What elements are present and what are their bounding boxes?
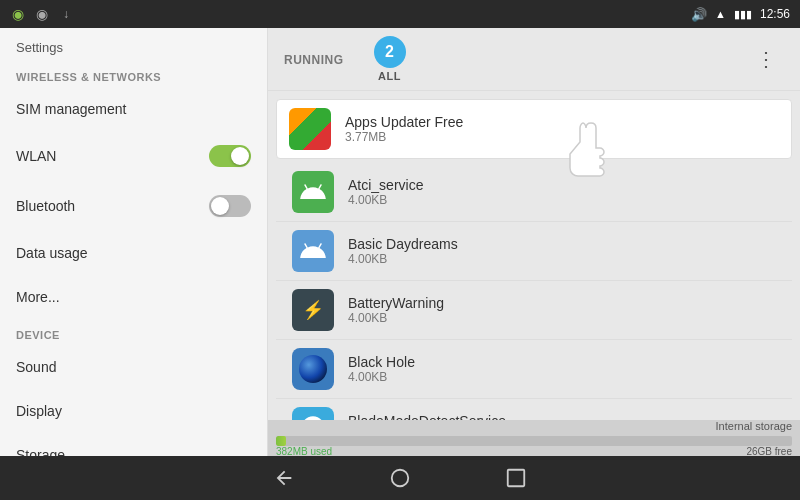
sidebar-item-more[interactable]: More... xyxy=(0,275,267,319)
app-size-black-hole: 4.00KB xyxy=(348,370,415,384)
content-header: RUNNING 2 ALL ⋮ xyxy=(268,28,800,91)
app-icon-apps-updater xyxy=(289,108,331,150)
app-icon-battery-warning: ⚡ xyxy=(292,289,334,331)
app-icon-atci xyxy=(292,171,334,213)
all-badge-label: ALL xyxy=(378,70,401,82)
wlan-toggle[interactable] xyxy=(209,145,251,167)
svg-point-0 xyxy=(392,470,409,487)
app-list: Apps Updater Free 3.77MB Atci_service 4.… xyxy=(268,91,800,420)
app-item-battery-warning[interactable]: ⚡ BatteryWarning 4.00KB xyxy=(276,281,792,340)
running-tab[interactable]: RUNNING xyxy=(284,50,344,68)
app-name-black-hole: Black Hole xyxy=(348,354,415,370)
sidebar-item-data-usage[interactable]: Data usage xyxy=(0,231,267,275)
settings-title: Settings xyxy=(0,28,267,61)
wifi-icon: ▲ xyxy=(715,8,726,20)
app-info-atci: Atci_service 4.00KB xyxy=(348,177,423,207)
app-icon-blade-detect xyxy=(292,407,334,420)
app-size-apps-updater: 3.77MB xyxy=(345,130,463,144)
wlan-label: WLAN xyxy=(16,148,56,164)
overflow-menu-button[interactable]: ⋮ xyxy=(748,43,784,75)
app-size-atci: 4.00KB xyxy=(348,193,423,207)
android2-icon: ◉ xyxy=(34,6,50,22)
home-button[interactable] xyxy=(382,460,418,496)
sidebar: Settings WIRELESS & NETWORKS SIM managem… xyxy=(0,28,268,456)
wireless-section-header: WIRELESS & NETWORKS xyxy=(0,61,267,87)
storage-info: Internal storage 382MB used 26GB free xyxy=(276,420,792,457)
status-left-icons: ◉ ◉ ↓ xyxy=(10,6,74,22)
back-button[interactable] xyxy=(266,460,302,496)
app-info-black-hole: Black Hole 4.00KB xyxy=(348,354,415,384)
app-name-atci: Atci_service xyxy=(348,177,423,193)
sidebar-item-sound[interactable]: Sound xyxy=(0,345,267,389)
app-item-atci[interactable]: Atci_service 4.00KB xyxy=(276,163,792,222)
app-item-black-hole[interactable]: Black Hole 4.00KB xyxy=(276,340,792,399)
storage-bar-container: Internal storage 382MB used 26GB free xyxy=(268,420,800,456)
sidebar-item-bluetooth[interactable]: Bluetooth xyxy=(0,181,267,231)
android-icon: ◉ xyxy=(10,6,26,22)
data-usage-label: Data usage xyxy=(16,245,88,261)
display-label: Display xyxy=(16,403,62,419)
storage-title: Internal storage xyxy=(276,420,792,432)
app-name-apps-updater: Apps Updater Free xyxy=(345,114,463,130)
storage-label: Storage xyxy=(16,447,65,456)
app-name-basic-daydreams: Basic Daydreams xyxy=(348,236,458,252)
storage-labels: 382MB used 26GB free xyxy=(276,446,792,457)
all-tab[interactable]: 2 ALL xyxy=(374,36,406,82)
status-right-icons: 🔊 ▲ ▮▮▮ 12:56 xyxy=(691,7,790,22)
sim-label: SIM management xyxy=(16,101,127,117)
sidebar-item-wlan[interactable]: WLAN xyxy=(0,131,267,181)
recent-apps-button[interactable] xyxy=(498,460,534,496)
battery-icon: ▮▮▮ xyxy=(734,8,752,21)
storage-used: 382MB used xyxy=(276,446,332,457)
download-icon: ↓ xyxy=(58,6,74,22)
svg-rect-1 xyxy=(508,470,525,487)
bluetooth-toggle[interactable] xyxy=(209,195,251,217)
status-bar: ◉ ◉ ↓ 🔊 ▲ ▮▮▮ 12:56 xyxy=(0,0,800,28)
sidebar-item-storage[interactable]: Storage xyxy=(0,433,267,456)
app-info-apps-updater: Apps Updater Free 3.77MB xyxy=(345,114,463,144)
app-name-battery-warning: BatteryWarning xyxy=(348,295,444,311)
storage-bar-fill xyxy=(276,436,286,446)
app-item-basic-daydreams[interactable]: Basic Daydreams 4.00KB xyxy=(276,222,792,281)
content-wrapper: RUNNING 2 ALL ⋮ Apps Updater Free xyxy=(268,28,800,456)
all-badge-count: 2 xyxy=(374,36,406,68)
storage-free: 26GB free xyxy=(746,446,792,457)
storage-bar xyxy=(276,436,792,446)
app-size-basic-daydreams: 4.00KB xyxy=(348,252,458,266)
main-layout: Settings WIRELESS & NETWORKS SIM managem… xyxy=(0,28,800,456)
content-panel: RUNNING 2 ALL ⋮ Apps Updater Free xyxy=(268,28,800,456)
more-label: More... xyxy=(16,289,60,305)
app-info-battery-warning: BatteryWarning 4.00KB xyxy=(348,295,444,325)
app-item-blade-detect[interactable]: BladeModeDetectService 4.00KB xyxy=(276,399,792,420)
app-icon-basic-daydreams xyxy=(292,230,334,272)
app-item-apps-updater[interactable]: Apps Updater Free 3.77MB xyxy=(276,99,792,159)
sidebar-item-sim[interactable]: SIM management xyxy=(0,87,267,131)
clock: 12:56 xyxy=(760,7,790,21)
sidebar-item-display[interactable]: Display xyxy=(0,389,267,433)
app-size-battery-warning: 4.00KB xyxy=(348,311,444,325)
device-section-header: DEVICE xyxy=(0,319,267,345)
bluetooth-label: Bluetooth xyxy=(16,198,75,214)
volume-icon: 🔊 xyxy=(691,7,707,22)
app-info-basic-daydreams: Basic Daydreams 4.00KB xyxy=(348,236,458,266)
sound-label: Sound xyxy=(16,359,56,375)
app-icon-black-hole xyxy=(292,348,334,390)
bottom-nav xyxy=(0,456,800,500)
